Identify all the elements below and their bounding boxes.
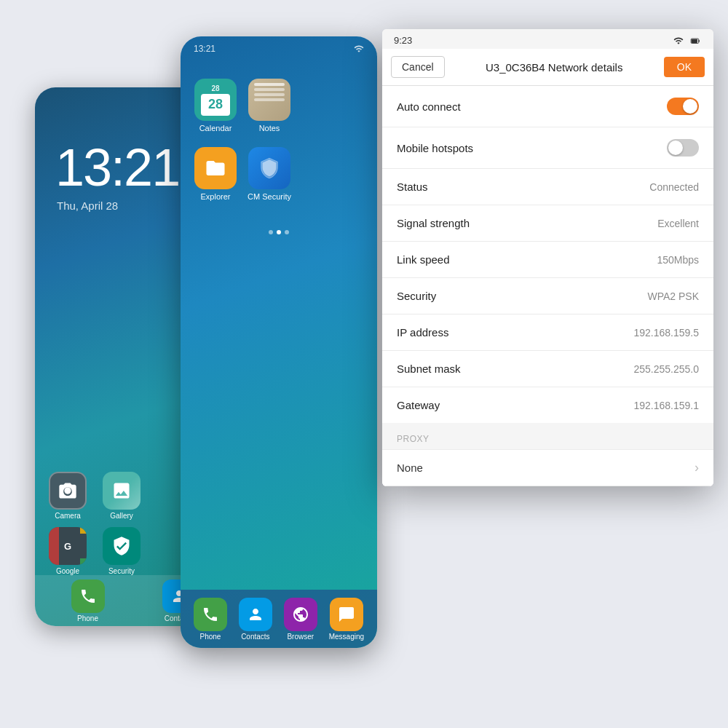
security-row: Security WPA2 PSK <box>382 278 713 314</box>
proxy-row[interactable]: None › <box>382 449 713 486</box>
security-label: Security <box>108 567 135 575</box>
phone-mid: 13:21 28 28 Calendar <box>181 36 377 648</box>
browser-icon <box>284 598 317 631</box>
camera-label: Camera <box>55 512 81 520</box>
calendar-icon: 28 28 <box>194 79 237 121</box>
app-row-2: Explorer CM Security <box>194 147 364 201</box>
ok-button[interactable]: OK <box>664 57 705 77</box>
gallery-icon <box>103 472 141 510</box>
list-item[interactable]: Explorer <box>194 147 237 201</box>
phone-icon <box>194 598 227 631</box>
network-details-dialog: 9:23 Cancel U3_0C36B4 Network details OK… <box>382 29 713 486</box>
svg-rect-3 <box>699 39 700 41</box>
phone-mid-time: 13:21 <box>194 44 215 54</box>
list-item[interactable]: Phone <box>71 579 105 622</box>
chevron-right-icon: › <box>695 460 699 475</box>
list-item[interactable]: Notes <box>248 79 291 132</box>
explorer-label: Explorer <box>201 192 231 201</box>
auto-connect-toggle[interactable] <box>667 98 699 115</box>
toggle-knob <box>683 99 697 114</box>
cancel-button[interactable]: Cancel <box>391 56 445 78</box>
list-item[interactable]: 28 28 Calendar <box>194 79 237 132</box>
messaging-icon <box>330 598 363 631</box>
status-value: Connected <box>649 181 699 193</box>
proxy-section-label: PROXY <box>397 434 430 444</box>
link-speed-value: 150Mbps <box>657 254 699 266</box>
security-icon <box>103 527 141 565</box>
google-label: Google <box>56 567 79 575</box>
dialog-header: Cancel U3_0C36B4 Network details OK <box>382 49 713 86</box>
subnet-mask-value: 255.255.255.0 <box>633 363 699 375</box>
statusbar-right-icons <box>673 36 702 46</box>
link-speed-row: Link speed 150Mbps <box>382 242 713 278</box>
list-item[interactable]: Camera <box>47 472 89 520</box>
svg-point-0 <box>64 487 71 494</box>
phone-dock-label: Phone <box>77 614 98 622</box>
auto-connect-row: Auto connect <box>382 86 713 127</box>
signal-strength-label: Signal strength <box>397 217 470 229</box>
ip-address-label: IP address <box>397 326 448 339</box>
gateway-label: Gateway <box>397 399 440 411</box>
link-speed-label: Link speed <box>397 253 450 266</box>
proxy-section-header: PROXY <box>382 423 713 449</box>
list-item[interactable]: CM Security <box>248 147 291 201</box>
dot-1 <box>269 230 273 234</box>
toggle-knob <box>668 141 683 155</box>
messaging-dock-label: Messaging <box>329 633 364 641</box>
dialog-body: Auto connect Mobile hotspots Status Conn… <box>382 86 713 423</box>
auto-connect-label: Auto connect <box>397 100 461 113</box>
subnet-mask-label: Subnet mask <box>397 363 461 375</box>
gallery-label: Gallery <box>110 512 133 520</box>
calendar-label: Calendar <box>199 124 232 132</box>
cm-security-label: CM Security <box>248 192 291 201</box>
mobile-hotspots-toggle[interactable] <box>667 139 699 157</box>
google-icon: G <box>49 527 87 565</box>
security-value: WPA2 PSK <box>647 290 699 302</box>
camera-icon <box>49 472 87 510</box>
dot-3 <box>285 230 289 234</box>
list-item[interactable]: Browser <box>284 598 317 641</box>
gateway-row: Gateway 192.168.159.1 <box>382 387 713 423</box>
phone-dock-icon <box>71 579 105 613</box>
notes-icon <box>248 79 290 121</box>
phone-mid-apps: 28 28 Calendar Notes <box>181 57 377 223</box>
contacts-dock-label: Contacts <box>241 633 269 641</box>
app-row-1: 28 28 Calendar Notes <box>194 79 364 132</box>
page-dots <box>181 230 377 234</box>
dialog-title: U3_0C36B4 Network details <box>445 61 664 74</box>
dialog-time: 9:23 <box>394 35 412 46</box>
list-item[interactable]: Phone <box>194 598 227 641</box>
contacts-icon <box>239 598 272 631</box>
signal-strength-value: Excellent <box>657 218 699 229</box>
mobile-hotspots-label: Mobile hotspots <box>397 142 473 154</box>
dot-2 <box>277 230 281 234</box>
status-label: Status <box>397 181 428 193</box>
subnet-mask-row: Subnet mask 255.255.255.0 <box>382 351 713 387</box>
svg-rect-2 <box>692 39 697 42</box>
signal-strength-row: Signal strength Excellent <box>382 205 713 242</box>
status-row: Status Connected <box>382 169 713 205</box>
statusbar-icons <box>354 44 364 54</box>
phone-mid-statusbar: 13:21 <box>181 36 377 57</box>
explorer-icon <box>194 147 237 189</box>
proxy-section: PROXY None › <box>382 423 713 486</box>
browser-dock-label: Browser <box>287 633 314 641</box>
list-item[interactable]: Contacts <box>239 598 272 641</box>
gateway-value: 192.168.159.1 <box>633 400 699 411</box>
ip-address-row: IP address 192.168.159.5 <box>382 314 713 351</box>
proxy-value: None <box>397 462 423 474</box>
phone-dock-label: Phone <box>199 633 221 641</box>
list-item[interactable]: Messaging <box>329 598 364 641</box>
ip-address-value: 192.168.159.5 <box>633 327 699 339</box>
dialog-statusbar: 9:23 <box>382 29 713 49</box>
mobile-hotspots-row: Mobile hotspots <box>382 127 713 169</box>
notes-label: Notes <box>259 124 280 132</box>
security-label: Security <box>397 290 436 302</box>
phone-mid-dock: Phone Contacts Browser Messaging <box>181 590 377 648</box>
list-item[interactable]: Gallery <box>100 472 143 520</box>
cm-security-icon <box>248 147 290 189</box>
list-item[interactable]: Security <box>100 527 143 575</box>
list-item[interactable]: G Google <box>47 527 89 575</box>
